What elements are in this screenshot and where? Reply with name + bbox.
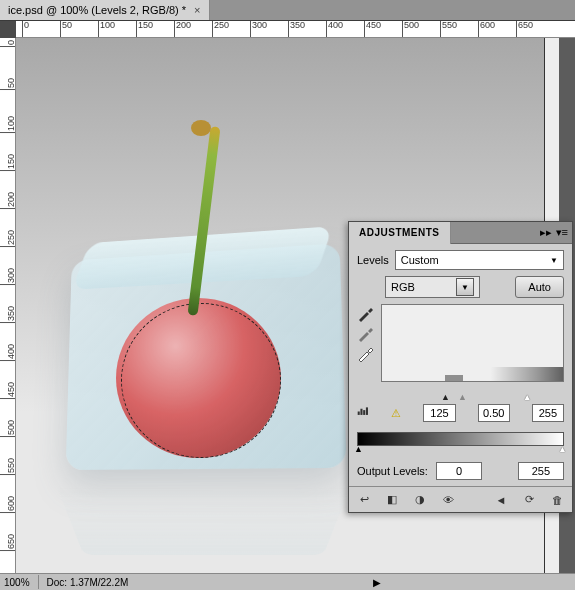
- panel-header[interactable]: ADJUSTMENTS ▸▸ ▾≡: [349, 222, 572, 244]
- ruler-v-tick: 150: [0, 154, 16, 171]
- slider-white-icon[interactable]: ▲: [523, 392, 532, 402]
- clip-mask-icon[interactable]: ◑: [411, 492, 429, 508]
- preset-dropdown[interactable]: Custom ▼: [395, 250, 564, 270]
- input-white-field[interactable]: 255: [532, 404, 564, 422]
- eyedropper-gray-icon[interactable]: [357, 328, 375, 342]
- ruler-v-tick: 300: [0, 268, 16, 285]
- ruler-h-tick: 200: [174, 21, 191, 38]
- document-tab[interactable]: ice.psd @ 100% (Levels 2, RGB/8) * ×: [0, 0, 210, 20]
- ruler-h-tick: 300: [250, 21, 267, 38]
- output-levels-label: Output Levels:: [357, 465, 428, 477]
- svg-rect-3: [366, 407, 368, 415]
- output-black-field[interactable]: 0: [436, 462, 482, 480]
- panel-tab-adjustments[interactable]: ADJUSTMENTS: [349, 222, 451, 244]
- panel-menu-icon[interactable]: ▾≡: [556, 226, 568, 239]
- ruler-h-tick: 50: [60, 21, 72, 38]
- input-mid-field[interactable]: 0.50: [478, 404, 510, 422]
- previous-state-icon[interactable]: ◄: [492, 492, 510, 508]
- status-bar: 100% Doc: 1.37M/22.2M ▶: [0, 573, 575, 590]
- selection-marquee: [121, 303, 281, 458]
- ruler-h-tick: 250: [212, 21, 229, 38]
- histogram-icon[interactable]: [357, 406, 369, 420]
- chevron-down-icon: ▼: [550, 256, 558, 265]
- ruler-v-tick: 650: [0, 534, 16, 551]
- svg-rect-2: [363, 410, 365, 415]
- ruler-h-tick: 600: [478, 21, 495, 38]
- trash-icon[interactable]: 🗑: [548, 492, 566, 508]
- document-tab-title: ice.psd @ 100% (Levels 2, RGB/8) *: [8, 4, 186, 16]
- expand-icon[interactable]: ◧: [383, 492, 401, 508]
- warning-icon[interactable]: ⚠: [391, 407, 401, 420]
- ruler-h-tick: 450: [364, 21, 381, 38]
- ruler-v-tick: 350: [0, 306, 16, 323]
- slider-mid-icon[interactable]: ▲: [458, 392, 467, 402]
- ruler-v-tick: 500: [0, 420, 16, 437]
- ruler-h-tick: 500: [402, 21, 419, 38]
- levels-type-label: Levels: [357, 254, 389, 266]
- ruler-vertical[interactable]: 0 50 100 150 200 250 300 350 400 450 500…: [0, 38, 16, 573]
- svg-rect-0: [358, 411, 360, 414]
- ruler-v-tick: 250: [0, 230, 16, 247]
- ruler-h-tick: 100: [98, 21, 115, 38]
- eyedropper-black-icon[interactable]: [357, 308, 375, 322]
- adjustments-panel: ADJUSTMENTS ▸▸ ▾≡ Levels Custom ▼ RGB ▼ …: [348, 221, 573, 513]
- ruler-v-tick: 100: [0, 116, 16, 133]
- artwork-cherry-ice: [41, 98, 351, 518]
- close-icon[interactable]: ×: [194, 4, 200, 16]
- output-slider-black-icon[interactable]: ▲: [354, 444, 363, 454]
- ruler-h-tick: 550: [440, 21, 457, 38]
- ruler-v-tick: 550: [0, 458, 16, 475]
- auto-button[interactable]: Auto: [515, 276, 564, 298]
- svg-rect-1: [360, 409, 362, 415]
- ruler-v-tick: 450: [0, 382, 16, 399]
- output-white-field[interactable]: 255: [518, 462, 564, 480]
- ruler-v-tick: 0: [0, 40, 16, 47]
- doc-size-readout[interactable]: Doc: 1.37M/22.2M: [47, 577, 129, 588]
- eyedropper-white-icon[interactable]: [357, 348, 375, 362]
- ruler-h-tick: 150: [136, 21, 153, 38]
- visibility-icon[interactable]: 👁: [439, 492, 457, 508]
- chevron-down-icon: ▼: [456, 278, 474, 296]
- channel-dropdown[interactable]: RGB ▼: [385, 276, 480, 298]
- output-slider-white-icon[interactable]: ▲: [558, 444, 567, 454]
- collapse-icon[interactable]: ▸▸: [540, 226, 552, 239]
- zoom-level[interactable]: 100%: [4, 577, 30, 588]
- ruler-h-tick: 650: [516, 21, 533, 38]
- ruler-h-tick: 350: [288, 21, 305, 38]
- slider-black-icon[interactable]: ▲: [441, 392, 450, 402]
- input-black-field[interactable]: 125: [423, 404, 455, 422]
- document-tab-bar: ice.psd @ 100% (Levels 2, RGB/8) * ×: [0, 0, 575, 21]
- ruler-horizontal[interactable]: 0 50 100 150 200 250 300 350 400 450 500…: [16, 21, 575, 38]
- histogram[interactable]: [381, 304, 564, 382]
- ruler-h-tick: 0: [22, 21, 29, 38]
- output-gradient[interactable]: ▲ ▲: [357, 432, 564, 446]
- channel-value: RGB: [391, 281, 415, 293]
- return-arrow-icon[interactable]: ↩: [355, 492, 373, 508]
- ruler-v-tick: 400: [0, 344, 16, 361]
- ruler-h-tick: 400: [326, 21, 343, 38]
- reset-icon[interactable]: ⟳: [520, 492, 538, 508]
- ruler-v-tick: 600: [0, 496, 16, 513]
- panel-footer: ↩ ◧ ◑ 👁 ◄ ⟳ 🗑: [349, 486, 572, 512]
- auto-button-label: Auto: [528, 281, 551, 293]
- status-menu-icon[interactable]: ▶: [373, 577, 381, 588]
- preset-value: Custom: [401, 254, 439, 266]
- ruler-v-tick: 50: [0, 78, 16, 90]
- ruler-v-tick: 200: [0, 192, 16, 209]
